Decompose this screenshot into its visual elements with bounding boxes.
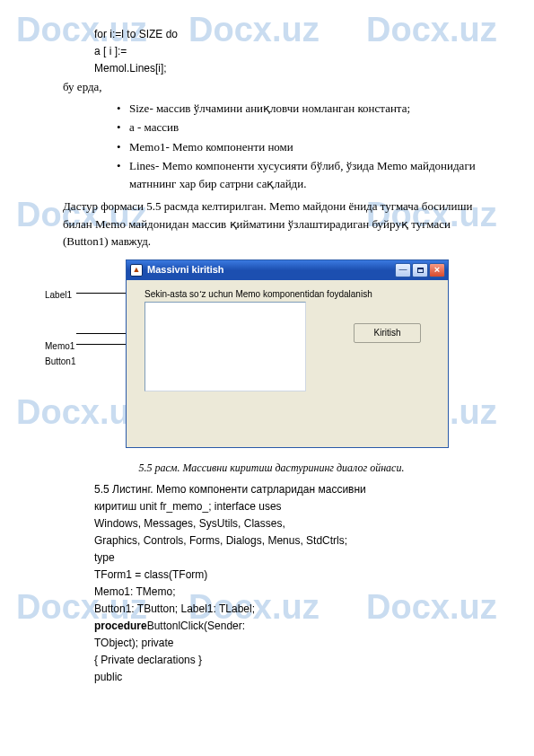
listing-line: Windows, Messages, SysUtils, Classes, [94, 515, 480, 532]
listing-line: public [94, 669, 480, 685]
code-line: for i:=l to SIZE do [94, 26, 480, 42]
close-button[interactable]: × [429, 263, 445, 277]
keyword: procedure [94, 620, 147, 632]
memo-field[interactable] [144, 302, 306, 391]
side-label-memo: Memo1 [45, 339, 75, 353]
code-line: Memol.Lines[i]; [94, 60, 480, 76]
list-item: a - массив [117, 119, 480, 136]
window-titlebar: ▲ Massivni kiritish — × [127, 260, 448, 280]
side-label-button: Button1 [45, 355, 75, 368]
list-text: Memo1- Memo компоненти номи [129, 138, 480, 156]
submit-button[interactable]: Kiritish [354, 323, 421, 343]
listing-line: { Private declarations } [94, 652, 480, 668]
code-block: for i:=l to SIZE do a [ i ]:= Memol.Line… [94, 26, 480, 76]
figure-wrap: Label1 Memo1 Button1 ▲ Massivni kiritish… [63, 259, 480, 453]
paragraph: Дастур формаси 5.5 расмда келтирилган. M… [63, 198, 480, 251]
list-item: Size- массив ўлчамини аниқловчи номланга… [117, 100, 480, 118]
window-controls: — × [395, 263, 445, 277]
here-label: бу ерда, [63, 78, 480, 96]
listing-line: Button1: TButton; Label1: TLabel; [94, 601, 480, 617]
title-left: ▲ Massivni kiritish [130, 262, 224, 277]
maximize-icon [417, 268, 424, 273]
code-line: a [ i ]:= [94, 43, 480, 59]
listing-text: ButtonlClick(Sender: [147, 620, 245, 632]
bullet-list: Size- массив ўлчамини аниқловчи номланга… [117, 100, 480, 193]
maximize-button[interactable] [412, 263, 428, 277]
listing: 5.5 Листинг. Memo компоненти сатрларидан… [94, 481, 480, 685]
listing-line: TForm1 = class(TForm) [94, 567, 480, 583]
listing-line: type [94, 549, 480, 566]
listing-line: Memo1: TMemo; [94, 584, 480, 600]
delphi-window: ▲ Massivni kiritish — × Sekin-asta soʻz … [126, 259, 449, 448]
list-item: Memo1- Memo компоненти номи [117, 138, 480, 156]
form-label: Sekin-asta soʻz uchun Memo komponentidan… [144, 287, 372, 301]
figure-caption: 5.5 расм. Массивни киритиш дастурининг д… [63, 460, 480, 476]
listing-line: procedureButtonlClick(Sender: [94, 618, 480, 634]
listing-line: киритиш unit fr_memo_; interface uses [94, 498, 480, 514]
window-title: Massivni kiritish [147, 262, 224, 277]
list-text: a - массив [129, 119, 480, 136]
page-content: for i:=l to SIZE do a [ i ]:= Memol.Line… [0, 0, 534, 704]
list-text: Lines- Memo компоненти хусусияти бўлиб, … [129, 157, 480, 192]
list-item: Lines- Memo компоненти хусусияти бўлиб, … [117, 157, 480, 192]
side-label-label1: Label1 [45, 288, 75, 302]
window-body: Sekin-asta soʻz uchun Memo komponentidan… [127, 280, 448, 447]
listing-line: Graphics, Controls, Forms, Dialogs, Menu… [94, 532, 480, 549]
minimize-button[interactable]: — [395, 263, 411, 277]
listing-line: TObject); private [94, 635, 480, 651]
listing-line: 5.5 Листинг. Memo компоненти сатрларидан… [94, 481, 480, 497]
list-text: Size- массив ўлчамини аниқловчи номланга… [129, 100, 480, 118]
app-icon: ▲ [130, 264, 143, 277]
button-label: Kiritish [373, 326, 400, 339]
side-labels: Label1 Memo1 Button1 [45, 288, 75, 406]
